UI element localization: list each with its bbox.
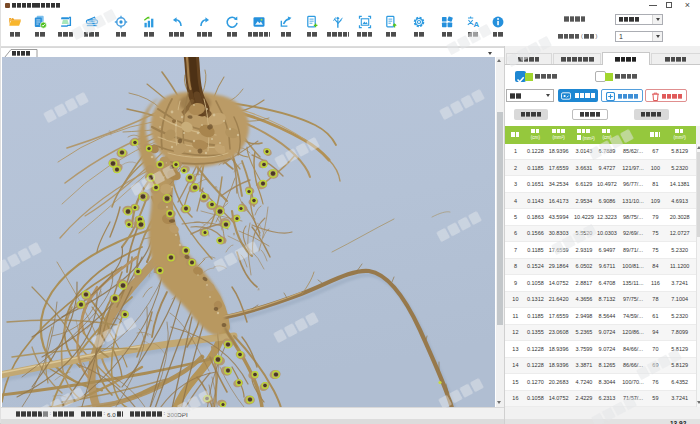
svg-text:A: A — [473, 20, 479, 29]
